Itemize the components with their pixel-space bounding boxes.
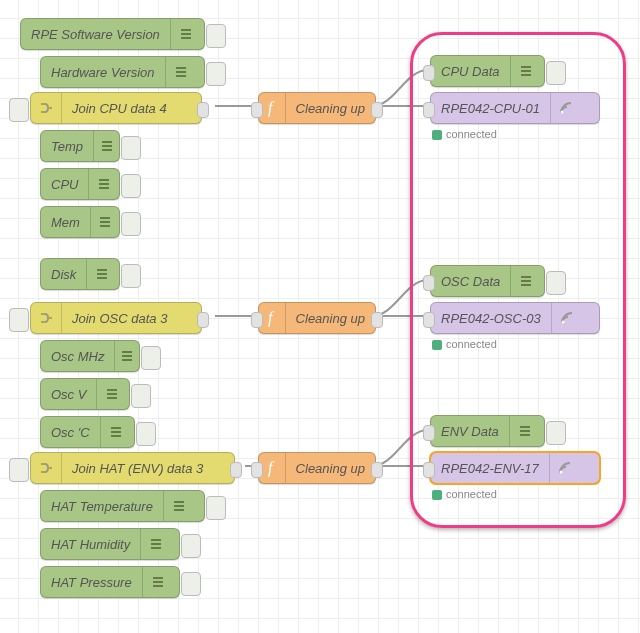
node-join-hat-env-data[interactable]: Join HAT (ENV) data 3 — [30, 452, 235, 484]
node-label: Cleaning up — [286, 311, 375, 326]
node-port[interactable] — [197, 102, 209, 118]
out-icon — [170, 19, 201, 49]
node-label: Hardware Version — [41, 65, 165, 80]
node-label: Join HAT (ENV) data 3 — [62, 461, 213, 476]
node-label: Disk — [41, 267, 86, 282]
node-label: Join CPU data 4 — [62, 101, 177, 116]
node-action-button[interactable] — [9, 458, 29, 482]
svg-text:f: f — [268, 459, 275, 477]
node-label: Temp — [41, 139, 93, 154]
node-label: Mem — [41, 215, 90, 230]
node-action-button[interactable] — [206, 496, 226, 520]
node-action-button[interactable] — [206, 62, 226, 86]
node-label: Join OSC data 3 — [62, 311, 177, 326]
node-action-button[interactable] — [136, 422, 156, 446]
node-action-button[interactable] — [181, 572, 201, 596]
join-icon — [31, 453, 62, 483]
node-port[interactable] — [371, 312, 383, 328]
node-label: HAT Humidity — [41, 537, 140, 552]
node-label: HAT Pressure — [41, 575, 142, 590]
node-action-button[interactable] — [121, 264, 141, 288]
node-hat-humidity[interactable]: HAT Humidity — [40, 528, 180, 560]
node-disk[interactable]: Disk — [40, 258, 120, 290]
node-join-cpu-data[interactable]: Join CPU data 4 — [30, 92, 202, 124]
node-osc-c[interactable]: Osc 'C — [40, 416, 135, 448]
node-hat-temperature[interactable]: HAT Temperature — [40, 490, 205, 522]
node-hardware-version[interactable]: Hardware Version — [40, 56, 205, 88]
node-osc-mhz[interactable]: Osc MHz — [40, 340, 140, 372]
node-label: Cleaning up — [286, 461, 375, 476]
node-port[interactable] — [371, 462, 383, 478]
node-action-button[interactable] — [121, 136, 141, 160]
node-mem[interactable]: Mem — [40, 206, 120, 238]
node-cleaning-up-cpu[interactable]: f Cleaning up — [258, 92, 376, 124]
out-icon — [90, 207, 119, 237]
node-osc-v[interactable]: Osc V — [40, 378, 130, 410]
node-label: Osc MHz — [41, 349, 114, 364]
out-icon — [88, 169, 119, 199]
node-port[interactable] — [371, 102, 383, 118]
join-icon — [31, 93, 62, 123]
node-action-button[interactable] — [131, 384, 151, 408]
node-action-button[interactable] — [206, 24, 226, 48]
node-cleaning-up-env[interactable]: f Cleaning up — [258, 452, 376, 484]
node-label: CPU — [41, 177, 88, 192]
node-port[interactable] — [230, 462, 242, 478]
node-action-button[interactable] — [181, 534, 201, 558]
node-action-button[interactable] — [121, 174, 141, 198]
svg-text:f: f — [268, 309, 275, 327]
node-label: RPE Software Version — [21, 27, 170, 42]
node-action-button[interactable] — [9, 98, 29, 122]
node-port[interactable] — [197, 312, 209, 328]
node-port[interactable] — [251, 102, 263, 118]
node-label: Osc 'C — [41, 425, 100, 440]
node-cleaning-up-osc[interactable]: f Cleaning up — [258, 302, 376, 334]
svg-text:f: f — [268, 99, 275, 117]
out-icon — [140, 529, 171, 559]
out-icon — [86, 259, 117, 289]
node-hat-pressure[interactable]: HAT Pressure — [40, 566, 180, 598]
node-action-button[interactable] — [9, 308, 29, 332]
node-temp[interactable]: Temp — [40, 130, 120, 162]
selection-highlight — [410, 32, 626, 528]
flow-editor-canvas[interactable]: RPE Software Version Hardware Version Jo… — [0, 0, 640, 633]
node-port[interactable] — [251, 312, 263, 328]
out-icon — [114, 341, 139, 371]
out-icon — [100, 417, 131, 447]
out-icon — [163, 491, 194, 521]
node-cpu[interactable]: CPU — [40, 168, 120, 200]
join-icon — [31, 303, 62, 333]
node-port[interactable] — [251, 462, 263, 478]
out-icon — [93, 131, 119, 161]
node-label: Osc V — [41, 387, 96, 402]
node-label: Cleaning up — [286, 101, 375, 116]
out-icon — [142, 567, 173, 597]
node-label: HAT Temperature — [41, 499, 163, 514]
node-join-osc-data[interactable]: Join OSC data 3 — [30, 302, 202, 334]
out-icon — [165, 57, 196, 87]
node-action-button[interactable] — [121, 212, 141, 236]
node-action-button[interactable] — [141, 346, 161, 370]
node-rpe-software-version[interactable]: RPE Software Version — [20, 18, 205, 50]
out-icon — [96, 379, 127, 409]
